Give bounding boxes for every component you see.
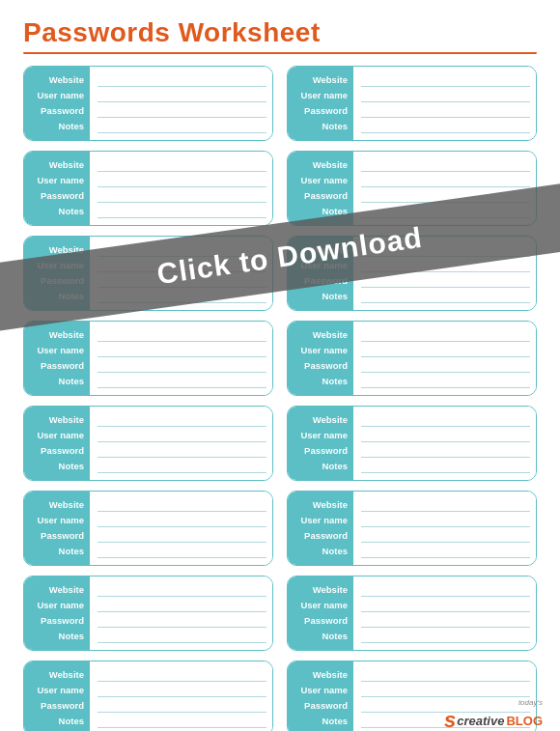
label-notes: Notes	[295, 121, 348, 133]
branding-main: s creative BLOG	[444, 708, 543, 731]
label-password: Password	[295, 105, 348, 118]
card-fields	[90, 492, 272, 565]
card-fields	[353, 67, 536, 140]
card-5-1: Website User name Password Notes	[23, 406, 273, 481]
field-line	[98, 104, 266, 118]
title-underline	[23, 52, 537, 54]
field-line	[98, 73, 266, 87]
label-password: Password	[32, 105, 84, 118]
page: Passwords Worksheet Website User name Pa…	[0, 0, 560, 731]
card-labels: Website User name Password Notes	[288, 407, 353, 480]
card-fields	[90, 322, 272, 395]
card-labels: Website User name Password Notes	[288, 661, 353, 731]
label-website: Website	[295, 74, 348, 87]
card-fields	[90, 152, 272, 225]
card-labels: Website User name Password Notes	[288, 322, 353, 395]
card-fields	[90, 67, 272, 140]
card-8-1: Website User name Password Notes	[23, 661, 273, 731]
card-labels: Website User name Password Notes	[24, 576, 90, 650]
card-fields	[90, 661, 272, 731]
card-7-2: Website User name Password Notes	[287, 576, 537, 651]
card-7-1: Website User name Password Notes	[23, 576, 273, 651]
card-6-1: Website User name Password Notes	[23, 491, 273, 566]
card-fields	[353, 492, 536, 565]
card-labels: Website User name Password Notes	[288, 67, 353, 140]
field-line	[98, 120, 266, 133]
label-notes: Notes	[32, 121, 84, 133]
label-website: Website	[32, 74, 84, 87]
field-line	[361, 104, 530, 118]
branding-blog-text: BLOG	[506, 714, 543, 728]
card-5-2: Website User name Password Notes	[287, 406, 537, 481]
card-labels: Website User name Password Notes	[24, 67, 90, 140]
label-username: User name	[32, 90, 84, 102]
card-fields	[353, 322, 536, 395]
branding-creative-text: creative	[457, 714, 504, 728]
card-fields	[90, 576, 272, 650]
field-line	[361, 120, 530, 133]
card-labels: Website User name Password Notes	[24, 322, 90, 395]
card-4-1: Website User name Password Notes	[23, 321, 273, 396]
card-labels: Website User name Password Notes	[288, 576, 353, 650]
card-1-1: Website User name Password Notes	[23, 66, 273, 141]
branding-s-icon: s	[444, 708, 456, 731]
card-1-2: Website User name Password Notes	[287, 66, 537, 141]
branding: today's s creative BLOG todayscreativebl…	[444, 698, 543, 731]
label-username: User name	[295, 90, 348, 102]
card-2-1: Website User name Password Notes	[23, 151, 273, 226]
field-line	[361, 73, 530, 87]
card-labels: Website User name Password Notes	[24, 407, 90, 480]
card-fields	[90, 407, 272, 480]
password-grid: Website User name Password Notes Website…	[23, 66, 537, 731]
field-line	[361, 89, 530, 102]
card-fields	[353, 576, 536, 650]
card-4-2: Website User name Password Notes	[287, 321, 537, 396]
card-6-2: Website User name Password Notes	[287, 491, 537, 566]
page-title: Passwords Worksheet	[23, 17, 537, 48]
card-labels: Website User name Password Notes	[288, 492, 353, 565]
card-labels: Website User name Password Notes	[24, 152, 90, 225]
card-labels: Website User name Password Notes	[24, 661, 90, 731]
card-labels: Website User name Password Notes	[24, 492, 90, 565]
card-fields	[353, 407, 536, 480]
field-line	[98, 89, 266, 102]
branding-today: today's	[518, 698, 543, 707]
